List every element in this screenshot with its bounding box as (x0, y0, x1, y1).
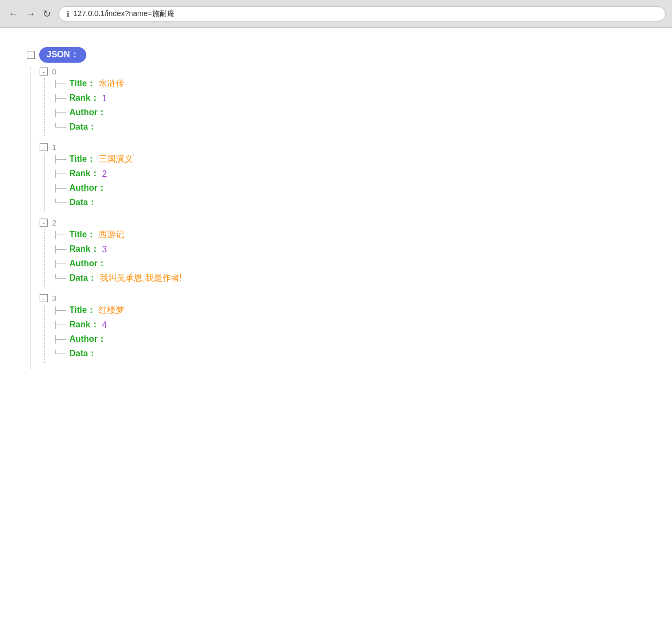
field-key-3-1: Rank： (69, 319, 99, 331)
field-key-0-1: Rank： (69, 93, 99, 104)
field-key-1-0: Title： (69, 154, 95, 165)
reload-button[interactable]: ↻ (41, 8, 53, 20)
entry-group-1: -1├──Title：三国演义├──Rank：2├──Author：└──Dat… (40, 142, 645, 212)
address-bar[interactable]: ℹ 127.0.0.1/index?name=施耐庵 (58, 6, 666, 21)
index-number-0: 0 (52, 67, 56, 76)
collapse-btn-1[interactable]: - (40, 143, 48, 151)
branch-symbol-3-1: ├── (54, 321, 66, 329)
field-row-2-0: ├──Title：西游记 (54, 229, 645, 241)
field-row-1-3: └──Data： (54, 197, 645, 208)
field-row-0-3: └──Data： (54, 122, 645, 133)
field-row-1-1: ├──Rank：2 (54, 168, 645, 179)
index-number-1: 1 (52, 142, 56, 152)
info-icon: ℹ (66, 10, 69, 18)
entry-fields-3: ├──Title：红楼梦├──Rank：4├──Author：└──Data： (41, 305, 645, 363)
branch-symbol-3-2: ├── (54, 335, 66, 343)
field-value-3-0: 红楼梦 (99, 305, 124, 316)
json-viewer: - JSON： -0├──Title：水浒传├──Rank：1├──Author… (16, 39, 656, 378)
branch-symbol-0-2: ├── (54, 109, 66, 117)
field-value-1-0: 三国演义 (99, 154, 133, 165)
field-key-3-3: Data： (69, 348, 96, 359)
field-key-0-2: Author： (69, 107, 106, 118)
branch-symbol-2-3: └── (54, 274, 66, 282)
entry-index-row-3: -3 (40, 294, 645, 303)
entry-index-row-0: -0 (40, 67, 645, 76)
field-key-1-2: Author： (69, 183, 106, 194)
field-key-3-0: Title： (69, 305, 95, 316)
field-row-1-0: ├──Title：三国演义 (54, 154, 645, 165)
browser-chrome: ← → ↻ ℹ 127.0.0.1/index?name=施耐庵 (0, 0, 672, 28)
collapse-btn-2[interactable]: - (40, 219, 48, 227)
field-key-2-1: Rank： (69, 244, 99, 255)
branch-symbol-0-0: ├── (54, 80, 66, 88)
main-tree-content: -0├──Title：水浒传├──Rank：1├──Author：└──Data… (31, 67, 645, 369)
entry-group-2: -2├──Title：西游记├──Rank：3├──Author：└──Data… (40, 218, 645, 287)
branch-symbol-2-2: ├── (54, 260, 66, 268)
forward-button[interactable]: → (24, 8, 38, 20)
branch-symbol-2-0: ├── (54, 231, 66, 239)
index-number-2: 2 (52, 218, 56, 227)
back-button[interactable]: ← (6, 8, 20, 20)
field-value-0-0: 水浒传 (99, 78, 124, 89)
field-key-0-0: Title： (69, 78, 95, 89)
fields-content-1: ├──Title：三国演义├──Rank：2├──Author：└──Data： (45, 154, 645, 212)
field-key-2-0: Title： (69, 229, 95, 241)
fields-content-3: ├──Title：红楼梦├──Rank：4├──Author：└──Data： (45, 305, 645, 363)
field-row-0-1: ├──Rank：1 (54, 93, 645, 104)
collapse-btn-3[interactable]: - (40, 294, 48, 302)
field-key-1-1: Rank： (69, 168, 99, 179)
field-row-3-3: └──Data： (54, 348, 645, 359)
field-key-2-2: Author： (69, 258, 106, 269)
field-row-3-1: ├──Rank：4 (54, 319, 645, 331)
page-content: - JSON： -0├──Title：水浒传├──Rank：1├──Author… (0, 28, 672, 630)
fields-content-2: ├──Title：西游记├──Rank：3├──Author：└──Data：我… (45, 229, 645, 287)
branch-symbol-3-0: ├── (54, 306, 66, 314)
branch-symbol-1-1: ├── (54, 170, 66, 178)
field-row-0-0: ├──Title：水浒传 (54, 78, 645, 89)
root-row: - JSON： (27, 47, 645, 63)
root-collapse-button[interactable]: - (27, 51, 35, 59)
field-value-2-1: 3 (102, 245, 107, 254)
branch-symbol-0-3: └── (54, 123, 66, 131)
entry-fields-2: ├──Title：西游记├──Rank：3├──Author：└──Data：我… (41, 229, 645, 287)
entry-group-0: -0├──Title：水浒传├──Rank：1├──Author：└──Data… (40, 67, 645, 136)
branch-symbol-3-3: └── (54, 350, 66, 358)
entry-index-row-1: -1 (40, 142, 645, 152)
field-row-2-3: └──Data：我叫吴承恩,我是作者! (54, 273, 645, 284)
json-label: JSON： (39, 47, 86, 63)
entry-fields-0: ├──Title：水浒传├──Rank：1├──Author：└──Data： (41, 78, 645, 136)
field-row-0-2: ├──Author： (54, 107, 645, 118)
entry-group-3: -3├──Title：红楼梦├──Rank：4├──Author：└──Data… (40, 294, 645, 363)
field-key-3-2: Author： (69, 334, 106, 345)
entry-index-row-2: -2 (40, 218, 645, 227)
branch-symbol-2-1: ├── (54, 245, 66, 253)
branch-symbol-1-0: ├── (54, 155, 66, 163)
url-text: 127.0.0.1/index?name=施耐庵 (73, 9, 175, 19)
field-row-3-2: ├──Author： (54, 334, 645, 345)
fields-content-0: ├──Title：水浒传├──Rank：1├──Author：└──Data： (45, 78, 645, 136)
field-value-2-3: 我叫吴承恩,我是作者! (100, 273, 182, 284)
field-row-2-2: ├──Author： (54, 258, 645, 269)
field-value-1-1: 2 (102, 169, 107, 179)
main-tree: -0├──Title：水浒传├──Rank：1├──Author：└──Data… (27, 67, 645, 369)
field-key-2-3: Data： (69, 273, 96, 284)
collapse-btn-0[interactable]: - (40, 68, 48, 76)
branch-symbol-0-1: ├── (54, 94, 66, 102)
field-value-0-1: 1 (102, 94, 107, 103)
field-value-3-1: 4 (102, 320, 107, 330)
field-value-2-0: 西游记 (99, 229, 124, 241)
field-key-0-3: Data： (69, 122, 96, 133)
field-key-1-3: Data： (69, 197, 96, 208)
branch-symbol-1-2: ├── (54, 184, 66, 192)
field-row-1-2: ├──Author： (54, 183, 645, 194)
field-row-3-0: ├──Title：红楼梦 (54, 305, 645, 316)
entry-fields-1: ├──Title：三国演义├──Rank：2├──Author：└──Data： (41, 154, 645, 212)
field-row-2-1: ├──Rank：3 (54, 244, 645, 255)
branch-symbol-1-3: └── (54, 199, 66, 207)
index-number-3: 3 (52, 294, 56, 303)
nav-buttons: ← → ↻ (6, 8, 53, 20)
